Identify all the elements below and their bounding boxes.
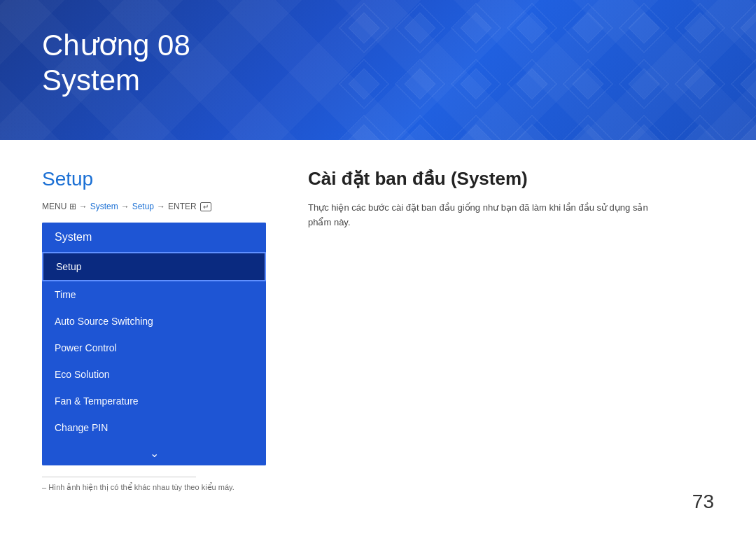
header-banner: Chương 08 System xyxy=(0,0,756,140)
menu-item-auto-source[interactable]: Auto Source Switching xyxy=(42,308,266,335)
diamond-pattern xyxy=(336,0,756,140)
main-content: Setup MENU ⊞ → System → Setup → ENTER ↵ … xyxy=(0,140,756,493)
breadcrumb-arrow3: → xyxy=(157,202,165,211)
breadcrumb-system: System xyxy=(90,202,118,211)
system-menu: System Setup Time Auto Source Switching … xyxy=(42,223,266,465)
breadcrumb-setup: Setup xyxy=(132,202,154,211)
right-section: Cài đặt ban đầu (System) Thực hiện các b… xyxy=(308,168,714,465)
menu-header: System xyxy=(42,223,266,252)
menu-item-power-control[interactable]: Power Control xyxy=(42,335,266,361)
subtitle-text: System xyxy=(42,64,140,97)
footer-divider xyxy=(42,477,196,477)
left-section: Setup MENU ⊞ → System → Setup → ENTER ↵ … xyxy=(42,168,266,465)
breadcrumb-arrow1: → xyxy=(79,202,88,211)
menu-item-time[interactable]: Time xyxy=(42,281,266,308)
menu-item-change-pin[interactable]: Change PIN xyxy=(42,414,266,441)
menu-item-fan-temp[interactable]: Fan & Temperature xyxy=(42,388,266,414)
menu-item-setup[interactable]: Setup xyxy=(42,252,266,281)
content-description: Thực hiện các bước cài đặt ban đầu giống… xyxy=(308,201,672,230)
header-title: Chương 08 System xyxy=(42,28,190,99)
menu-chevron[interactable]: ⌄ xyxy=(42,441,266,465)
section-title: Setup xyxy=(42,168,266,190)
footer-text: – Hình ảnh hiện thị có thể khác nhau tùy… xyxy=(42,483,714,492)
chevron-down-icon: ⌄ xyxy=(150,447,159,460)
svg-rect-2 xyxy=(336,0,756,140)
breadcrumb-menu: MENU ⊞ xyxy=(42,202,76,211)
breadcrumb-enter: ENTER ↵ xyxy=(168,202,211,211)
content-title: Cài đặt ban đầu (System) xyxy=(308,168,714,190)
menu-item-eco-solution[interactable]: Eco Solution xyxy=(42,361,266,388)
chapter-text: Chương 08 xyxy=(42,29,190,62)
page-number: 73 xyxy=(692,491,714,513)
breadcrumb-arrow2: → xyxy=(121,202,130,211)
breadcrumb: MENU ⊞ → System → Setup → ENTER ↵ xyxy=(42,202,266,211)
footer-note: – Hình ảnh hiện thị có thể khác nhau tùy… xyxy=(42,477,714,492)
